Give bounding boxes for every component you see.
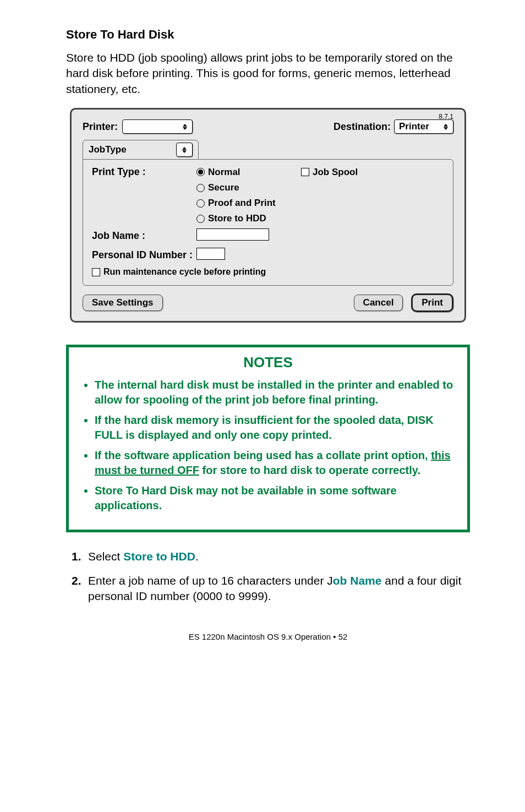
radio-icon (196, 184, 205, 192)
tab-jobtype[interactable]: JobType (83, 140, 199, 160)
notes-title: NOTES (83, 354, 453, 371)
jobtype-panel: Print Type : Normal Job Spool Secure (83, 159, 453, 286)
job-name-input[interactable] (196, 228, 269, 241)
step-number: 2. (72, 573, 88, 604)
intro-paragraph: Store to HDD (job spooling) allows print… (66, 50, 470, 97)
page-footer: ES 1220n Macintosh OS 9.x Operation • 52 (66, 632, 470, 641)
notes-box: NOTES The internal hard disk must be ins… (66, 345, 470, 532)
printer-select[interactable] (122, 119, 193, 134)
printer-label: Printer: (83, 121, 118, 133)
job-name-label: Job Name : (92, 230, 196, 242)
print-type-label: Print Type : (92, 166, 196, 178)
radio-icon (196, 215, 205, 223)
checkbox-icon (92, 268, 100, 276)
step-1: 1. Select Store to HDD. (72, 549, 470, 564)
print-dialog-screenshot: 8.7.1 Printer: Destination: Printer JobT… (70, 108, 466, 323)
tab-select-arrows[interactable] (176, 143, 193, 157)
notes-item: Store To Hard Disk may not be available … (95, 483, 453, 513)
step-2: 2. Enter a job name of up to 16 characte… (72, 573, 470, 604)
notes-item: If the software application being used h… (95, 448, 453, 478)
cancel-button[interactable]: Cancel (354, 295, 403, 311)
notes-item: The internal hard disk must be installed… (95, 378, 453, 407)
notes-item: If the hard disk memory is insufficient … (95, 413, 453, 443)
pin-input[interactable] (196, 248, 225, 260)
checkbox-run-maintenance[interactable]: Run maintenance cycle before printing (92, 267, 266, 277)
step-number: 1. (72, 549, 88, 564)
destination-value: Printer (399, 121, 429, 132)
pin-label: Personal ID Number : (92, 249, 196, 261)
section-heading: Store To Hard Disk (66, 28, 470, 42)
steps-list: 1. Select Store to HDD. 2. Enter a job n… (72, 549, 470, 604)
checkbox-icon (301, 168, 309, 176)
save-settings-button[interactable]: Save Settings (83, 295, 163, 311)
destination-select[interactable]: Printer (394, 119, 453, 134)
tab-label: JobType (89, 144, 127, 155)
radio-icon (196, 199, 205, 208)
radio-store-to-hdd[interactable]: Store to HDD (196, 213, 444, 224)
destination-label: Destination: (333, 121, 391, 133)
radio-secure[interactable]: Secure (196, 182, 301, 193)
radio-normal[interactable]: Normal (196, 167, 301, 178)
radio-icon (196, 168, 205, 176)
checkbox-job-spool[interactable]: Job Spool (301, 167, 444, 178)
print-button[interactable]: Print (411, 293, 453, 312)
radio-proof-and-print[interactable]: Proof and Print (196, 198, 444, 209)
